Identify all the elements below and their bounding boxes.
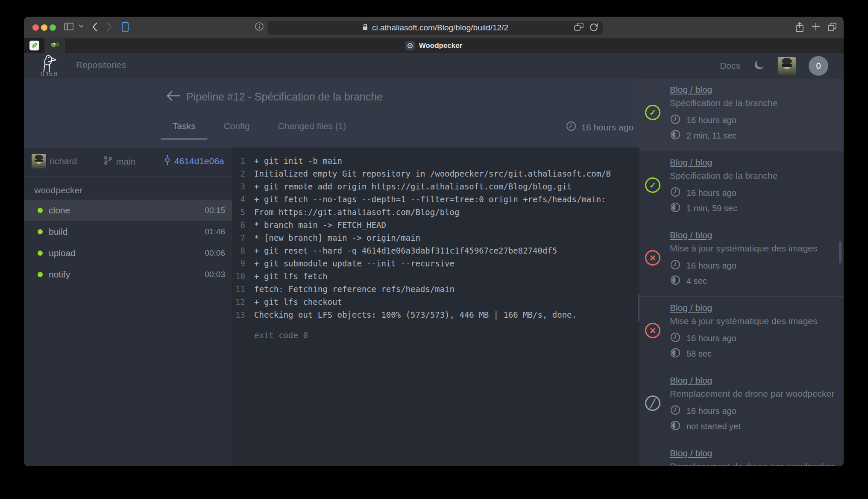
clock-icon [670,114,681,127]
browser-window: ci.athaliasoft.com/Blog/blog/build/12/2 [24,17,844,466]
line-text: + git remote add origin https://git.atha… [254,180,572,193]
pipeline-card[interactable]: Blog / blog Mise à jour systématique des… [639,297,844,369]
sidebar-scrollbar[interactable] [839,241,842,263]
info-icon[interactable] [255,22,264,31]
time-row: 16 hours ago [670,114,837,127]
pipeline-card[interactable]: Blog / blog Remplacement de drone par wo… [639,369,844,442]
close-window-button[interactable] [32,24,39,31]
line-number: 3 [232,180,245,193]
woodpecker-app: 0.15.8 Repositories Docs 0 [24,53,844,466]
line-number: 2 [232,167,245,180]
duration-row: 58 sec [670,347,837,360]
step-status-dot [38,251,43,256]
step-name: notify [49,269,205,280]
line-number: 13 [232,308,245,321]
new-tab-icon[interactable] [811,22,821,31]
pipeline-created: 16 hours ago [566,121,633,134]
screen: ci.athaliasoft.com/Blog/blog/build/12/2 [0,0,868,499]
pipeline-card[interactable]: Blog / blog Spécification de la branche … [639,79,844,151]
step-row[interactable]: notify 00:03 [24,264,232,285]
dark-mode-moon-icon[interactable] [753,59,765,73]
console-line: 3 + git remote add origin https://git.at… [232,180,639,193]
duration-text: 4 sec [686,276,707,286]
clock-icon [670,186,681,200]
line-number: 6 [232,218,245,231]
pinned-tab-leaf[interactable] [24,38,44,53]
address-bar[interactable]: ci.athaliasoft.com/Blog/blog/build/12/2 [267,20,603,35]
step-name: clone [49,205,205,216]
duration-row: 1 min, 59 sec [670,202,837,215]
pipeline-tab[interactable]: Tasks [161,118,208,134]
console-line: 5 From https://git.athaliasoft.com/Blog/… [232,206,639,218]
line-text: + git fetch --no-tags --depth=1 --filter… [254,193,606,206]
minimize-window-button[interactable] [41,24,47,31]
step-name: upload [49,248,205,258]
clock-icon [670,332,681,345]
line-text: * branch main -> FETCH_HEAD [254,218,386,231]
console-line: 12 + git lfs checkout [232,295,639,308]
console-line: 2 Initialized empty Git repository in /w… [232,167,639,180]
duration-text: 1 min, 59 sec [686,204,737,213]
sidebar-toggle-icon[interactable] [64,22,74,31]
repo-link[interactable]: Blog / blog [670,375,712,386]
commit-message: Remplacement de drone par woodpecker [670,461,837,466]
active-tab[interactable]: Woodpecker [152,38,716,53]
line-text: + git init -b main [254,154,342,167]
repo-link[interactable]: Blog / blog [670,85,712,95]
chevron-down-icon[interactable] [78,24,84,28]
zoom-window-button[interactable] [50,24,56,31]
pipeline-card[interactable]: Blog / blog Mise à jour systématique des… [639,224,844,297]
back-button[interactable] [91,22,98,32]
step-row[interactable]: build 01:46 [24,221,232,242]
translate-icon[interactable] [574,22,584,33]
repo-link[interactable]: Blog / blog [670,448,712,458]
tab-title: Woodpecker [419,41,463,50]
duration-row: 4 sec [670,275,837,288]
pipeline-card[interactable]: Blog / blog Spécification de la branche … [639,151,844,224]
woodpecker-favicon [405,41,415,50]
back-arrow-icon[interactable] [165,87,182,104]
user-avatar[interactable] [778,57,796,75]
pipeline-card[interactable]: Blog / blog Remplacement de drone par wo… [639,442,844,466]
line-text: + git submodule update --init --recursiv… [254,257,455,270]
time-text: 16 hours ago [686,261,736,271]
teacup-icon [50,41,59,50]
share-icon[interactable] [795,22,804,33]
step-row[interactable]: upload 00:06 [24,242,232,264]
duration-row: not started yet [670,420,837,433]
commit-link[interactable]: 4614d1e06a [164,154,224,168]
pipeline-tab[interactable]: Config [212,118,262,134]
reading-list-icon[interactable] [121,22,129,32]
nav-repositories[interactable]: Repositories [76,60,126,70]
line-text: fetch: Fetching reference refs/heads/mai… [254,283,455,295]
line-text: * [new branch] main -> origin/main [254,231,420,244]
step-row[interactable]: clone 00:15 [24,200,232,221]
line-number: 9 [232,257,245,270]
workflow-group-label: woodpecker [24,177,232,200]
notification-badge[interactable]: 0 [809,56,828,76]
forward-button[interactable] [106,22,113,32]
lock-icon [362,23,369,32]
line-number: 12 [232,295,245,308]
commit-message: Mise à jour systématique des images [670,316,837,326]
clock-icon [670,405,681,418]
duration-icon [670,129,681,142]
repo-link[interactable]: Blog / blog [670,230,712,240]
author-avatar [32,154,46,168]
pinned-tab-teacup[interactable] [44,38,65,53]
step-status-dot [38,229,43,234]
repo-link[interactable]: Blog / blog [670,303,712,313]
duration-row: 2 min, 11 sec [670,129,837,142]
line-text: Checking out LFS objects: 100% (573/573)… [254,308,577,321]
commit-message: Spécification de la branche [670,171,837,181]
branch-chip: main [103,155,136,168]
step-name: build [49,227,205,237]
console-line: 8 + git reset --hard -q 4614d1e06a3dabf3… [232,244,639,257]
tab-overview-icon[interactable] [827,22,837,32]
reload-icon[interactable] [589,22,598,33]
browser-titlebar: ci.athaliasoft.com/Blog/blog/build/12/2 [24,17,844,38]
nav-docs[interactable]: Docs [720,61,740,71]
repo-link[interactable]: Blog / blog [670,157,712,168]
pipeline-tab[interactable]: Changed files (1) [266,118,358,134]
pipeline-card-list: Blog / blog Spécification de la branche … [639,79,844,466]
